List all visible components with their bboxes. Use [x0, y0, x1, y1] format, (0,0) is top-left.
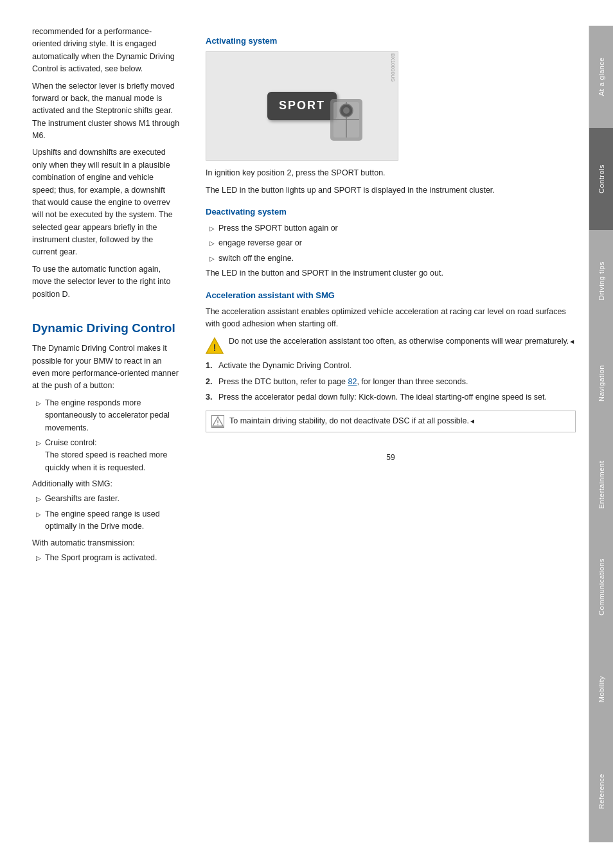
deactivating-desc: The LED in the button and SPORT in the i… [206, 267, 576, 279]
bullet-cruise: ▷ Cruise control:The stored speed is rea… [32, 437, 180, 474]
sidebar-label-mobility: Mobility [598, 676, 605, 702]
bullet-deact-arrow-1: ▷ [209, 222, 215, 234]
note-text: To maintain driving stability, do not de… [229, 415, 475, 427]
bullet-arrow-3: ▷ [36, 493, 41, 504]
sidebar-item-entertainment[interactable]: Entertainment [589, 434, 613, 536]
auto-paragraph: To use the automatic function again, mov… [32, 263, 180, 301]
bullet-engine: ▷ The engine responds more spontaneously… [32, 397, 180, 434]
sidebar-label-controls: Controls [598, 164, 605, 193]
sidebar-label-driving-tips: Driving tips [598, 261, 605, 300]
deactivating-heading: Deactivating system [206, 206, 576, 218]
bullet-text-3: Gearshifts are faster. [45, 493, 180, 505]
sport-image: SPORT BX10030US [206, 51, 398, 161]
bullet-deact-text-2: engage reverse gear or [218, 237, 576, 249]
page-container: recommended for a performance-oriented d… [0, 0, 613, 868]
sidebar-item-at-a-glance[interactable]: At a glance [589, 26, 613, 128]
bullet-sport-program: ▷ The Sport program is activated. [32, 552, 180, 564]
bullet-arrow-2: ▷ [36, 437, 41, 448]
step-1: 1. Activate the Dynamic Driving Control. [206, 360, 576, 372]
sidebar-item-driving-tips[interactable]: Driving tips [589, 230, 613, 332]
svg-text:!: ! [213, 342, 217, 353]
sidebar-label-navigation: Navigation [598, 365, 605, 402]
sidebar-label-at-a-glance: At a glance [598, 57, 605, 96]
sidebar-item-controls[interactable]: Controls [589, 128, 613, 230]
main-content: recommended for a performance-oriented d… [0, 0, 613, 868]
sport-button: SPORT [267, 92, 337, 120]
bullet-deact-1: ▷ Press the SPORT button again or [206, 222, 576, 235]
note-back-mark: ◄ [469, 418, 475, 425]
bullet-arrow-1: ▷ [36, 397, 41, 409]
note-box: To maintain driving stability, do not de… [206, 411, 576, 432]
steptronic-paragraph: When the selector lever is briefly moved… [32, 80, 180, 143]
step-2-num: 2. [206, 376, 216, 388]
bullet-deact-2: ▷ engage reverse gear or [206, 237, 576, 249]
step-1-num: 1. [206, 360, 216, 372]
step-3-text: Press the accelerator pedal down fully: … [218, 391, 547, 403]
sidebar-label-reference: Reference [598, 774, 605, 809]
sidebar-item-navigation[interactable]: Navigation [589, 332, 613, 434]
sidebar-item-mobility[interactable]: Mobility [589, 638, 613, 740]
accel-heading: Acceleration assistant with SMG [206, 289, 576, 302]
bullet-text-1: The engine responds more spontaneously t… [45, 397, 180, 434]
warning-icon: ! [206, 337, 224, 355]
warning-back-mark: ◄ [569, 338, 575, 345]
activating-desc2: The LED in the button lights up and SPOR… [206, 184, 576, 197]
image-watermark: BX10030US [389, 53, 396, 82]
warning-box: ! Do not use the acceleration assistant … [206, 335, 576, 355]
step-3: 3. Press the accelerator pedal down full… [206, 391, 576, 403]
left-column: recommended for a performance-oriented d… [0, 26, 193, 842]
bullet-deact-3: ▷ switch off the engine. [206, 252, 576, 265]
activating-desc1: In ignition key position 2, press the SP… [206, 167, 576, 179]
bullet-deact-arrow-3: ▷ [209, 252, 215, 264]
right-column: Activating system SPORT [193, 26, 589, 842]
bullet-text-5: The Sport program is activated. [45, 552, 180, 564]
ddc-heading: Dynamic Driving Control [32, 319, 180, 337]
page-link-82[interactable]: 82 [348, 377, 357, 386]
sidebar-nav: At a glance Controls Driving tips Naviga… [589, 26, 613, 842]
bullet-deact-arrow-2: ▷ [209, 237, 215, 249]
step-3-num: 3. [206, 391, 216, 403]
step-2: 2. Press the DTC button, refer to page 8… [206, 376, 576, 388]
page-number: 59 [206, 452, 576, 464]
bullet-text-2: Cruise control:The stored speed is reach… [45, 437, 180, 474]
svg-point-10 [217, 424, 218, 425]
bullet-deact-text-1: Press the SPORT button again or [218, 222, 576, 235]
accel-desc: The acceleration assistant enables optim… [206, 306, 576, 331]
sidebar-label-entertainment: Entertainment [598, 461, 605, 509]
activating-heading: Activating system [206, 35, 576, 48]
bullet-arrow-5: ▷ [36, 552, 41, 563]
auto-trans-label: With automatic transmission: [32, 537, 180, 549]
gear-illustration [327, 93, 366, 150]
intro-paragraph: recommended for a performance-oriented d… [32, 26, 180, 76]
bullet-text-4: The engine speed range is used optimally… [45, 508, 180, 533]
note-icon [211, 415, 224, 428]
sidebar-label-communications: Communications [598, 558, 605, 616]
upshifts-paragraph: Upshifts and downshifts are executed onl… [32, 146, 180, 258]
bullet-engine-speed: ▷ The engine speed range is used optimal… [32, 508, 180, 533]
bullet-gearshifts: ▷ Gearshifts are faster. [32, 493, 180, 505]
sidebar-item-communications[interactable]: Communications [589, 536, 613, 638]
additionally-label: Additionally with SMG: [32, 478, 180, 490]
sidebar-item-reference[interactable]: Reference [589, 740, 613, 842]
step-2-text: Press the DTC button, refer to page 82, … [218, 376, 468, 388]
svg-point-5 [343, 107, 350, 114]
bullet-arrow-4: ▷ [36, 508, 41, 520]
step-1-text: Activate the Dynamic Driving Control. [218, 360, 351, 372]
ddc-intro: The Dynamic Driving Control makes it pos… [32, 342, 180, 393]
bullet-deact-text-3: switch off the engine. [218, 252, 576, 265]
sport-button-visual: SPORT [267, 92, 337, 120]
warning-text: Do not use the acceleration assistant to… [229, 335, 575, 348]
